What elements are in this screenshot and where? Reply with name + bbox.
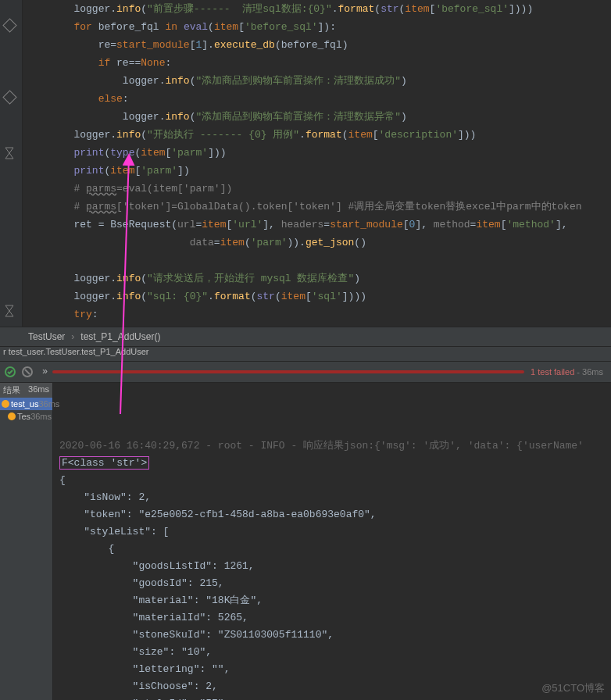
- console-line: "goodsId": 215,: [59, 575, 605, 592]
- code-line[interactable]: ret = BseRequest(url=item['url'], header…: [25, 216, 611, 234]
- warning-icon: [8, 412, 16, 420]
- console-line: "goodsListId": 1261,: [59, 558, 605, 575]
- warning-icon: [2, 400, 9, 408]
- chevron-right-icon: ›: [68, 331, 77, 342]
- code-line[interactable]: logger.info("请求发送后，开始进行 mysql 数据库检查"): [25, 270, 611, 288]
- tree-header-label: 结果: [3, 384, 20, 396]
- code-line[interactable]: [25, 252, 611, 270]
- console-line: 2020-06-16 16:40:29,672 - root - INFO - …: [59, 438, 605, 455]
- console-line: "size": "10",: [59, 644, 605, 661]
- console-line: "styleList": [: [59, 523, 605, 541]
- gutter-marker-icon: [2, 18, 16, 32]
- expand-icon[interactable]: »: [42, 366, 46, 377]
- gutter-hourglass-icon: [5, 305, 14, 317]
- console-line: F<class 'str'>: [59, 455, 605, 472]
- console-line: {: [59, 541, 605, 558]
- code-line[interactable]: else:: [25, 90, 611, 108]
- code-line[interactable]: if re==None:: [25, 54, 611, 72]
- code-line[interactable]: for before_fql in eval(item['before_sql'…: [25, 18, 611, 36]
- test-tree[interactable]: 结果 36ms test_us 36ms Tes 36ms: [0, 383, 53, 700]
- tree-row-time: 36ms: [30, 412, 52, 421]
- tree-header-time: 36ms: [28, 384, 49, 396]
- code-line[interactable]: re=start_module[1].execute_db(before_fql…: [25, 36, 611, 54]
- code-line[interactable]: print(item['parm']): [25, 162, 611, 180]
- console-line: {: [59, 472, 605, 489]
- gutter-marker-icon: [2, 90, 16, 104]
- console-line: "token": "e25e0052-cfb1-458d-a8ba-ea0b69…: [59, 506, 605, 523]
- console-line: "isNow": 2,: [59, 489, 605, 506]
- code-line[interactable]: data=item('parm')).get_json(): [25, 234, 611, 252]
- run-tab-header[interactable]: r test_user.TestUser.test_P1_AddUser: [0, 347, 611, 362]
- test-toolbar: » 1 test failed - 36ms: [0, 362, 611, 383]
- code-line[interactable]: logger.info("添加商品到购物车前置操作：清理数据成功"): [25, 72, 611, 90]
- code-line[interactable]: print(type(item['parm'])): [25, 144, 611, 162]
- console-line: "styleId": "57": [59, 695, 605, 700]
- code-line[interactable]: logger.info("sql: {0}".format(str(item['…: [25, 288, 611, 305]
- code-line[interactable]: logger.info("添加商品到购物车前置操作：清理数据异常"): [25, 108, 611, 126]
- console-line: "lettering": "",: [59, 661, 605, 678]
- console-line: "isChoose": 2,: [59, 678, 605, 695]
- breadcrumb-class[interactable]: TestUser: [25, 331, 68, 342]
- console-line: "materialId": 5265,: [59, 609, 605, 627]
- code-area[interactable]: logger.info("前置步骤------ 清理sql数据:{0}".for…: [25, 0, 611, 323]
- gutter: [0, 0, 23, 327]
- test-progress-bar: [52, 370, 524, 373]
- code-line[interactable]: logger.info("前置步骤------ 清理sql数据:{0}".for…: [25, 0, 611, 18]
- tree-row-test[interactable]: Tes 36ms: [0, 410, 52, 423]
- breadcrumb[interactable]: TestUser › test_P1_AddUser(): [0, 327, 611, 347]
- tree-header: 结果 36ms: [0, 383, 52, 398]
- code-line[interactable]: # parms['token']=GlobalData().token['tok…: [25, 198, 611, 216]
- filter-ignored-icon[interactable]: [20, 365, 34, 379]
- code-line[interactable]: # parms=eval(item['parm']): [25, 180, 611, 198]
- console-line: "material": "18K白金",: [59, 592, 605, 609]
- code-line[interactable]: logger.info("开始执行 ------- {0} 用例".format…: [25, 126, 611, 144]
- test-results-panel: 结果 36ms test_us 36ms Tes 36ms 2020-06-16…: [0, 383, 611, 700]
- test-status-text: 1 test failed - 36ms: [531, 367, 603, 377]
- code-line[interactable]: try:: [25, 305, 611, 323]
- tree-row-test-user[interactable]: test_us 36ms: [0, 398, 52, 410]
- breadcrumb-method[interactable]: test_P1_AddUser(): [77, 331, 163, 342]
- console-output[interactable]: 2020-06-16 16:40:29,672 - root - INFO - …: [53, 383, 611, 700]
- watermark: @51CTO博客: [541, 680, 605, 697]
- console-line: "stoneSkuId": "ZS01103005f11110",: [59, 627, 605, 644]
- filter-passed-icon[interactable]: [3, 365, 17, 379]
- gutter-hourglass-icon: [5, 147, 14, 159]
- code-editor[interactable]: logger.info("前置步骤------ 清理sql数据:{0}".for…: [0, 0, 611, 327]
- tree-row-label: Tes: [17, 412, 30, 421]
- tree-row-label: test_us: [11, 399, 38, 409]
